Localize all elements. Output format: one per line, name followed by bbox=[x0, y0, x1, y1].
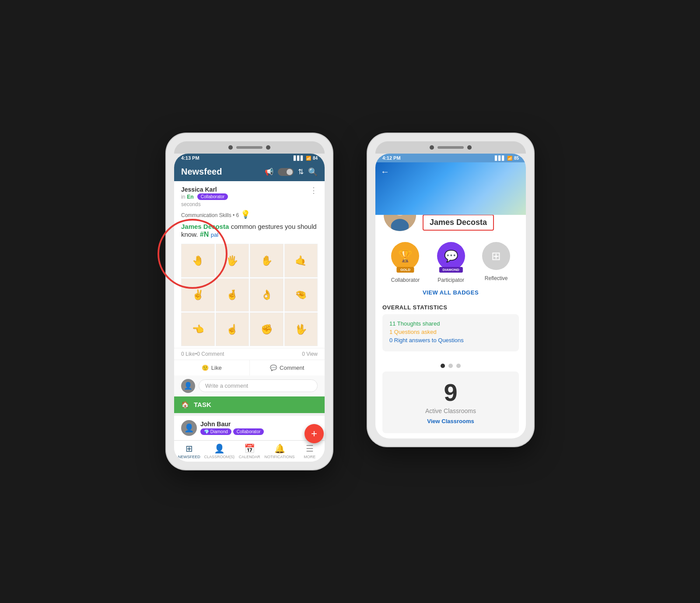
post-stats: 0 Like • 0 Comment 0 View bbox=[174, 348, 325, 360]
collaborator-badge: Collaborator bbox=[197, 193, 228, 200]
view-all-text: VIEW ALL BADGES bbox=[423, 289, 479, 296]
profile-header-bg: ← bbox=[375, 162, 526, 215]
nav-newsfeed[interactable]: ⊞ NEWSFEED bbox=[174, 443, 204, 459]
hand-cell-3: ✋ bbox=[250, 244, 284, 277]
battery-display-2: 85 bbox=[514, 156, 519, 161]
post-more-options[interactable]: ⋮ bbox=[310, 186, 318, 195]
view-classrooms-link[interactable]: View Classrooms bbox=[389, 418, 512, 424]
more-nav-icon: ☰ bbox=[306, 443, 314, 454]
diamond-badge-circle: 💬 DIAMOND bbox=[437, 242, 465, 270]
questions-stat: 1 Questions asked bbox=[389, 329, 512, 335]
search-icon[interactable]: 🔍 bbox=[308, 167, 318, 177]
dot-2 bbox=[448, 364, 453, 368]
back-arrow[interactable]: ← bbox=[381, 167, 389, 177]
header-icons: 📢 ⇅ 🔍 bbox=[265, 167, 318, 177]
newsfeed-nav-label: NEWSFEED bbox=[178, 455, 200, 459]
phone-speaker bbox=[236, 146, 262, 149]
badge-participator: 💬 DIAMOND Participator bbox=[437, 242, 465, 283]
answers-stat: 0 Right answers to Questions bbox=[389, 337, 512, 344]
hashtag: #N bbox=[200, 231, 209, 238]
dots-row bbox=[375, 360, 526, 372]
toggle-knob bbox=[287, 169, 293, 175]
phone-2-camera bbox=[430, 145, 434, 150]
hand-cell-8: 🤏 bbox=[284, 278, 318, 312]
fab-button[interactable]: + bbox=[304, 424, 324, 443]
dot-3 bbox=[456, 364, 461, 368]
filter-icon[interactable]: ⇅ bbox=[298, 168, 304, 176]
hand-cell-12: 🖖 bbox=[284, 312, 318, 346]
notifications-nav-icon: 🔔 bbox=[274, 443, 285, 454]
seconds-line: seconds bbox=[181, 200, 228, 208]
calendar-nav-icon: 📅 bbox=[244, 443, 255, 454]
commenter-avatar: 👤 bbox=[181, 379, 195, 393]
post-author-line: Jessica Karl bbox=[181, 186, 228, 193]
phone-camera-2 bbox=[266, 145, 270, 150]
badge-collaborator: 🏆 GOLD Collaborator bbox=[391, 242, 420, 283]
wifi-icon: 📶 bbox=[306, 156, 311, 161]
nav-more[interactable]: ☰ MORE bbox=[294, 443, 325, 459]
stats-card: 11 Thoughts shared 1 Questions asked 0 R… bbox=[382, 314, 519, 351]
like-label: Like bbox=[211, 365, 222, 371]
hand-cell-6: 🤞 bbox=[216, 278, 249, 312]
post-author-info: Jessica Karl in En Collaborator seconds bbox=[181, 186, 228, 208]
hand-cell-10: ☝️ bbox=[216, 312, 249, 346]
views-count: 0 View bbox=[302, 351, 318, 357]
status-icons-1: ▋▋▋ 📶 84 bbox=[294, 156, 318, 161]
john-name: John Baur bbox=[200, 421, 318, 428]
in-text: in bbox=[181, 194, 185, 200]
hand-cell-4: 🤙 bbox=[284, 244, 318, 277]
class-link[interactable]: En bbox=[187, 194, 193, 200]
post-header: Jessica Karl in En Collaborator seconds … bbox=[174, 181, 325, 210]
nav-notifications[interactable]: 🔔 NOTIFICATIONS bbox=[265, 443, 295, 459]
megaphone-icon[interactable]: 📢 bbox=[265, 168, 273, 176]
like-icon: 🙂 bbox=[202, 365, 209, 371]
hands-image-area: 🤚 🖐 ✋ 🤙 ✌️ 🤞 👌 🤏 👈 ☝️ ✊ 🖖 bbox=[174, 242, 325, 348]
phone-1: 4:13 PM ▋▋▋ 📶 84 Newsfeed 📢 ⇅ 🔍 bbox=[166, 133, 332, 470]
status-bar-2: 4:12 PM ▋▋▋ 📶 85 bbox=[375, 154, 526, 162]
more-link[interactable]: pal bbox=[211, 231, 218, 238]
task-label: TASK bbox=[194, 401, 211, 408]
phone-1-top-bar bbox=[174, 141, 325, 154]
phone-2-camera-2 bbox=[467, 145, 472, 150]
badge-reflective: ⊞ Reflective bbox=[482, 242, 510, 283]
gray-badge-icon: ⊞ bbox=[491, 249, 501, 263]
hands-grid: 🤚 🖐 ✋ 🤙 ✌️ 🤞 👌 🤏 👈 ☝️ ✊ 🖖 bbox=[181, 244, 318, 346]
phone-2: 4:12 PM ▋▋▋ 📶 85 ← bbox=[368, 133, 534, 446]
post-actions: 🙂 Like 💬 Comment bbox=[174, 360, 325, 375]
dot-1 bbox=[441, 364, 445, 368]
home-icon: 🏠 bbox=[181, 401, 189, 409]
diamond-badge-icon: 💬 bbox=[444, 249, 458, 263]
newsfeed-header: Newsfeed 📢 ⇅ 🔍 bbox=[174, 162, 325, 181]
newsfeed-nav-icon: ⊞ bbox=[186, 443, 193, 454]
status-bar-1: 4:13 PM ▋▋▋ 📶 84 bbox=[174, 154, 325, 162]
nav-classrooms[interactable]: 👤 CLASSROOM(S) bbox=[204, 443, 235, 459]
gray-badge-circle: ⊞ bbox=[482, 242, 510, 270]
badges-row: 🏆 GOLD Collaborator 💬 DIAMOND Participat… bbox=[375, 238, 526, 285]
calendar-nav-label: CALENDAR bbox=[239, 455, 260, 459]
statistics-section: OVERALL STATISTICS 11 Thoughts shared 1 … bbox=[375, 300, 526, 360]
john-badges: 💎 Diamond Collaborator bbox=[200, 428, 318, 435]
post-author-name: Jessica Karl bbox=[181, 186, 217, 193]
gold-ribbon: GOLD bbox=[397, 267, 414, 273]
participator-label: Participator bbox=[438, 277, 464, 283]
comment-label: Comment bbox=[280, 365, 304, 371]
phone-2-screen: 4:12 PM ▋▋▋ 📶 85 ← bbox=[375, 154, 526, 438]
second-post: 👤 John Baur 💎 Diamond Collaborator bbox=[174, 413, 325, 440]
bottom-nav: ⊞ NEWSFEED 👤 CLASSROOM(S) 📅 CALENDAR 🔔 N… bbox=[174, 440, 325, 462]
signal-icon-2: ▋▋▋ bbox=[495, 156, 505, 161]
task-bar: 🏠 TASK bbox=[174, 396, 325, 413]
toggle-switch[interactable] bbox=[278, 168, 294, 176]
nav-calendar[interactable]: 📅 CALENDAR bbox=[234, 443, 265, 459]
view-all-badges-link[interactable]: VIEW ALL BADGES bbox=[375, 285, 526, 300]
john-details: John Baur 💎 Diamond Collaborator bbox=[200, 421, 318, 435]
phone-2-top-bar bbox=[375, 141, 526, 154]
james-link[interactable]: James Decosta bbox=[181, 223, 229, 230]
diamond-icon: 💎 bbox=[204, 429, 210, 434]
comment-icon: 💬 bbox=[270, 365, 277, 371]
notifications-nav-label: NOTIFICATIONS bbox=[265, 455, 295, 459]
comment-input[interactable]: Write a comment bbox=[199, 379, 318, 392]
phones-container: 4:13 PM ▋▋▋ 📶 84 Newsfeed 📢 ⇅ 🔍 bbox=[166, 133, 534, 470]
like-button[interactable]: 🙂 Like bbox=[174, 360, 250, 375]
comment-button[interactable]: 💬 Comment bbox=[250, 360, 325, 375]
hand-cell-9: 👈 bbox=[181, 312, 215, 346]
